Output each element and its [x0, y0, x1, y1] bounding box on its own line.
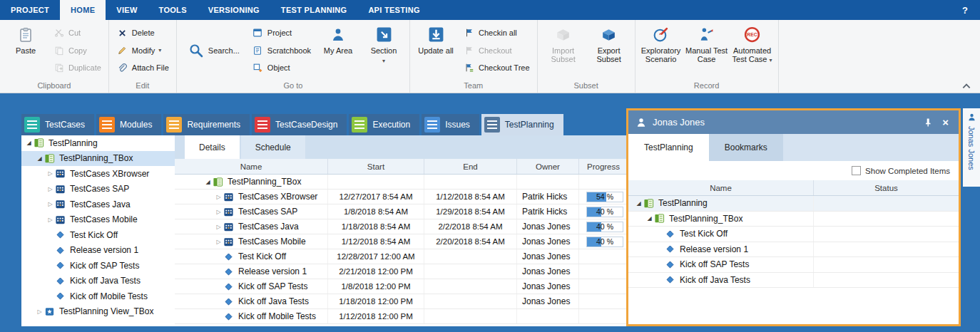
project-button[interactable]: Project [247, 26, 315, 40]
table-row[interactable]: ▷ TestCases Java 1/18/2018 8:54 AM 2/2/2… [175, 219, 628, 234]
column-header-name[interactable]: Name [628, 180, 814, 195]
modify-button[interactable]: Modify▾ [112, 43, 173, 57]
menu-item[interactable]: TOOLS [148, 0, 198, 20]
user-panel-tab[interactable]: TestPlanning [628, 134, 709, 161]
tree-item[interactable]: ◢ TestPlanning [21, 135, 175, 151]
workspace-tab[interactable]: TestPlanning [481, 114, 563, 135]
menu-item[interactable]: PROJECT [0, 0, 60, 20]
details-tab[interactable]: Schedule [241, 135, 305, 159]
table-row[interactable]: Test Kick Off [628, 227, 959, 242]
workspace-tab[interactable]: Modules [96, 114, 161, 135]
tree-item[interactable]: Test Kick Off [21, 227, 175, 243]
workspace-tab[interactable]: TestCases [21, 114, 94, 135]
attach-file-button[interactable]: Attach File [112, 61, 173, 75]
copy-button[interactable]: Copy [49, 43, 106, 57]
column-header-progress[interactable]: Progress [579, 159, 628, 174]
details-tab[interactable]: Details [185, 135, 240, 159]
user-panel-tab[interactable]: Bookmarks [709, 134, 783, 161]
search-button[interactable]: Search... [183, 41, 244, 60]
update-all-button[interactable]: Update all [413, 21, 459, 80]
tree-expander[interactable]: ▷ [214, 239, 223, 245]
section-button[interactable]: Section ▾ [361, 21, 407, 80]
column-header-end[interactable]: End [424, 159, 517, 174]
table-row[interactable]: ▷ TestCases Mobile 1/12/2018 8:54 AM 2/2… [175, 234, 628, 249]
column-header-start[interactable]: Start [328, 159, 424, 174]
table-row[interactable]: Kick off Java Tests 1/18/2018 12:00 PM J… [175, 294, 628, 309]
tree-expander[interactable]: ◢ [24, 140, 34, 146]
ribbon-group-clipboard: Paste Cut Copy Duplicate Clipboard [0, 20, 109, 93]
exploratory-scenario-button[interactable]: Exploratory Scenario [638, 21, 684, 80]
testplanning-tab-icon [484, 117, 500, 133]
cut-button[interactable]: Cut [49, 26, 106, 40]
checkout-tree-button[interactable]: Checkout Tree [459, 61, 534, 75]
workspace-tab[interactable]: Requirements [163, 114, 250, 135]
table-row[interactable]: ◢ TestPlanning_TBox [175, 175, 628, 190]
tree-item[interactable]: Kick off Java Tests [21, 274, 175, 289]
tree-expander[interactable]: ▷ [46, 201, 55, 207]
menu-item[interactable]: HOME [60, 0, 106, 20]
tree-expander[interactable]: ◢ [35, 155, 44, 162]
tree-item[interactable]: ▷ TestCases SAP [21, 182, 175, 197]
close-icon[interactable]: × [939, 117, 951, 128]
tree-expander[interactable]: ▷ [214, 209, 223, 215]
column-header-name[interactable]: Name [175, 159, 328, 174]
table-row[interactable]: Kick off SAP Tests [628, 257, 959, 273]
table-row[interactable]: Kick off Mobile Tests 1/12/2018 12:00 PM [175, 309, 628, 324]
table-row[interactable]: Release version 1 [628, 242, 959, 258]
tree-item[interactable]: ▷ TestCases Java [21, 197, 175, 212]
tree-expander[interactable]: ▷ [214, 194, 223, 200]
pin-icon[interactable] [922, 117, 934, 128]
table-row[interactable]: Release version 1 2/21/2018 12:00 PM Jon… [175, 264, 628, 279]
workspace-tab[interactable]: Execution [349, 114, 419, 135]
tree-expander[interactable]: ▷ [46, 186, 55, 192]
checkin-all-button[interactable]: Checkin all [459, 26, 534, 40]
menu-item[interactable]: VERSIONING [198, 0, 270, 20]
column-header-status[interactable]: Status [814, 180, 959, 195]
tree-item[interactable]: ▷ TestCases Mobile [21, 212, 175, 228]
tree-item[interactable]: Kick off Mobile Tests [21, 289, 175, 304]
show-completed-checkbox[interactable] [852, 166, 861, 175]
tree-expander[interactable]: ◢ [203, 179, 213, 185]
paste-button[interactable]: Paste [3, 21, 49, 80]
duplicate-button[interactable]: Duplicate [49, 61, 106, 75]
collapse-ribbon-chevron-icon[interactable] [961, 80, 971, 87]
workspace-tab[interactable]: TestCaseDesign [252, 114, 347, 135]
menu-item[interactable]: API TESTING [357, 0, 430, 20]
tree-item[interactable]: ▷ TestPlanning View_TBox [21, 304, 175, 320]
milestone-icon [223, 251, 236, 262]
tree-item[interactable]: ◢ TestPlanning_TBox [21, 151, 175, 167]
user-side-tab[interactable]: Jonas Jones [963, 108, 980, 187]
workspace-tab[interactable]: Issues [422, 114, 479, 135]
tree-expander[interactable]: ▷ [214, 224, 223, 230]
menu-item[interactable]: VIEW [106, 0, 148, 20]
tree-expander[interactable]: ◢ [645, 215, 654, 222]
column-header-owner[interactable]: Owner [517, 159, 579, 174]
import-subset-button[interactable]: Import Subset [541, 21, 586, 80]
manual-test-case-button[interactable]: Manual Test Case [684, 21, 730, 80]
automated-test-case-button[interactable]: REC Automated Test Case ▾ [730, 21, 775, 80]
table-row[interactable]: Kick off SAP Tests 1/8/2018 12:00 PM Jon… [175, 279, 628, 294]
table-row[interactable]: Test Kick Off 12/28/2017 12:00 AM Jonas … [175, 249, 628, 264]
object-button[interactable]: Object [247, 61, 315, 75]
workspace-tab-label: TestPlanning [505, 120, 554, 130]
table-row[interactable]: ▷ TestCases SAP 1/8/2018 8:54 AM 1/29/20… [175, 204, 628, 219]
table-row[interactable]: ▷ TestCases XBrowser 12/27/2017 8:54 AM … [175, 190, 628, 204]
table-row[interactable]: ◢ TestPlanning [628, 196, 959, 212]
tree-item-label: TestCases Mobile [70, 214, 138, 224]
export-subset-button[interactable]: Export Subset [586, 21, 632, 80]
table-row[interactable]: Kick off Java Tests [628, 273, 959, 289]
tree-expander[interactable]: ◢ [634, 200, 643, 207]
table-row[interactable]: ◢ TestPlanning_TBox [628, 212, 959, 227]
tree-item[interactable]: Kick off SAP Tests [21, 258, 175, 274]
tree-expander[interactable]: ▷ [46, 217, 55, 223]
my-area-button[interactable]: My Area [315, 21, 361, 80]
scratchbook-button[interactable]: Scratchbook [247, 43, 315, 57]
tree-item[interactable]: Release version 1 [21, 243, 175, 259]
tree-item[interactable]: ▷ TestCases XBrowser [21, 166, 175, 182]
tree-expander[interactable]: ▷ [46, 170, 55, 177]
tree-expander[interactable]: ▷ [35, 308, 44, 315]
delete-button[interactable]: Delete [112, 26, 173, 40]
checkout-button[interactable]: Checkout [459, 43, 534, 57]
menu-item[interactable]: TEST PLANNING [270, 0, 358, 20]
help-button[interactable]: ? [950, 0, 980, 20]
